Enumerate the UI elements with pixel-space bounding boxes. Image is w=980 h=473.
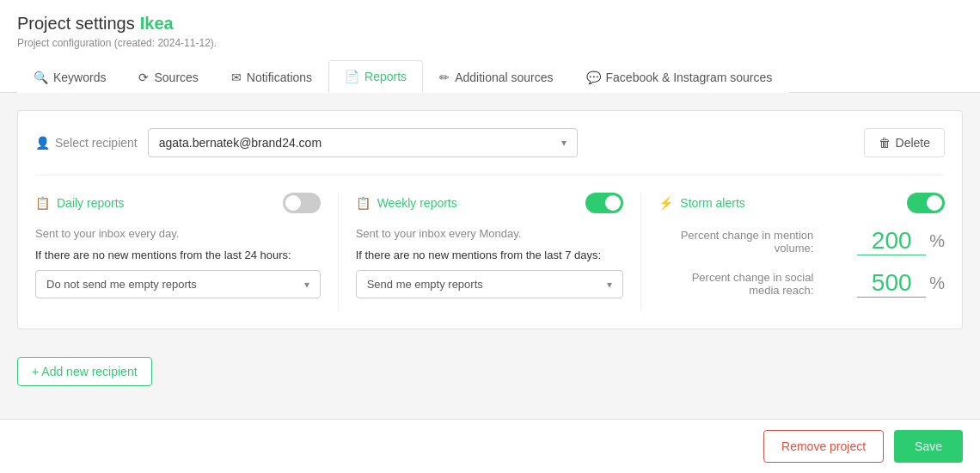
keywords-icon: 🔍: [34, 71, 48, 84]
weekly-reports-description: Sent to your inbox every Monday.: [356, 227, 624, 240]
daily-reports-header: 📋 Daily reports: [35, 193, 321, 213]
social-reach-value-container: 500 %: [857, 269, 945, 298]
weekly-reports-condition: If there are no new mentions from the la…: [356, 249, 624, 261]
recipient-row: 👤 Select recipient agata.bernatek@brand2…: [35, 128, 945, 157]
storm-alerts-section: ⚡ Storm alerts Percent change in mention…: [641, 193, 945, 311]
email-dropdown[interactable]: agata.bernatek@brand24.com ▾: [148, 128, 578, 157]
social-reach-stat: Percent change in social media reach: 50…: [658, 269, 945, 298]
storm-alerts-title: ⚡ Storm alerts: [658, 196, 744, 210]
storm-alerts-slider: [907, 193, 945, 213]
additional-sources-icon: ✏: [439, 71, 450, 84]
weekly-reports-icon: 📋: [356, 196, 371, 210]
person-icon: 👤: [35, 136, 50, 150]
reports-grid: 📋 Daily reports Sent to your inbox every…: [35, 175, 945, 311]
recipient-card: 👤 Select recipient agata.bernatek@brand2…: [17, 110, 963, 329]
tab-reports[interactable]: 📄 Reports: [328, 60, 423, 93]
main-content: 👤 Select recipient agata.bernatek@brand2…: [0, 93, 980, 403]
tab-fb-instagram-label: Facebook & Instagram sources: [606, 71, 773, 84]
daily-reports-dropdown[interactable]: Do not send me empty reports ▾: [35, 270, 321, 298]
weekly-reports-toggle[interactable]: [585, 193, 623, 213]
daily-reports-icon: 📋: [35, 196, 50, 210]
email-value: agata.bernatek@brand24.com: [159, 136, 322, 150]
delete-label: Delete: [896, 136, 930, 150]
tab-notifications[interactable]: ✉ Notifications: [215, 60, 328, 93]
mention-volume-unit: %: [929, 231, 945, 251]
mention-volume-value[interactable]: 200: [857, 227, 926, 255]
storm-alerts-toggle[interactable]: [907, 193, 945, 213]
sources-icon: ⟳: [138, 71, 149, 84]
weekly-reports-dropdown-value: Send me empty reports: [367, 278, 483, 291]
daily-chevron-icon: ▾: [304, 279, 309, 291]
reports-icon: 📄: [345, 70, 359, 83]
daily-reports-label: Daily reports: [57, 196, 125, 210]
tab-keywords-label: Keywords: [53, 71, 106, 84]
save-label: Save: [915, 439, 942, 453]
recipient-left: 👤 Select recipient agata.bernatek@brand2…: [35, 128, 864, 157]
daily-reports-description: Sent to your inbox every day.: [35, 227, 321, 240]
remove-project-button[interactable]: Remove project: [763, 430, 884, 463]
daily-reports-dropdown-value: Do not send me empty reports: [46, 278, 197, 291]
weekly-reports-label: Weekly reports: [377, 196, 457, 210]
storm-alerts-icon: ⚡: [658, 196, 673, 210]
daily-reports-title: 📋 Daily reports: [35, 196, 125, 210]
project-title-text: Project settings: [17, 14, 135, 34]
chevron-down-icon: ▾: [561, 137, 567, 149]
delete-button[interactable]: 🗑 Delete: [864, 128, 945, 157]
project-subtitle: Project configuration (created: 2024-11-…: [17, 37, 963, 49]
footer-bar: Remove project Save: [0, 419, 980, 473]
fb-instagram-icon: 💬: [586, 71, 601, 84]
tabs-bar: 🔍 Keywords ⟳ Sources ✉ Notifications 📄 R…: [17, 59, 963, 92]
add-recipient-label: + Add new recipient: [32, 365, 138, 378]
daily-reports-condition: If there are no new mentions from the la…: [35, 249, 321, 261]
daily-reports-toggle[interactable]: [283, 193, 321, 213]
weekly-reports-section: 📋 Weekly reports Sent to your inbox ever…: [339, 193, 642, 311]
weekly-reports-header: 📋 Weekly reports: [356, 193, 624, 213]
storm-alerts-label: Storm alerts: [680, 196, 744, 210]
storm-alerts-content: Percent change in mention volume: 200 % …: [658, 227, 945, 298]
notifications-icon: ✉: [231, 71, 242, 84]
add-recipient-button[interactable]: + Add new recipient: [17, 357, 152, 386]
weekly-reports-dropdown[interactable]: Send me empty reports ▾: [356, 270, 624, 298]
tab-fb-instagram[interactable]: 💬 Facebook & Instagram sources: [570, 60, 789, 93]
tab-sources-label: Sources: [154, 71, 198, 84]
tab-notifications-label: Notifications: [247, 71, 312, 84]
social-reach-label: Percent change in social media reach:: [658, 271, 813, 297]
tab-sources[interactable]: ⟳ Sources: [122, 60, 214, 93]
trash-icon: 🗑: [879, 136, 891, 150]
mention-volume-label: Percent change in mention volume:: [658, 229, 813, 255]
page-header: Project settings Ikea Project configurat…: [0, 0, 980, 93]
remove-project-label: Remove project: [781, 439, 866, 453]
daily-reports-slider: [283, 193, 321, 213]
weekly-reports-slider: [585, 193, 623, 213]
daily-reports-section: 📋 Daily reports Sent to your inbox every…: [35, 193, 339, 311]
save-button[interactable]: Save: [894, 430, 963, 463]
tab-additional-sources[interactable]: ✏ Additional sources: [423, 60, 569, 93]
mention-volume-value-container: 200 %: [857, 227, 945, 255]
tab-additional-sources-label: Additional sources: [455, 71, 553, 84]
mention-volume-stat: Percent change in mention volume: 200 %: [658, 227, 945, 255]
tab-keywords[interactable]: 🔍 Keywords: [17, 60, 122, 93]
weekly-chevron-icon: ▾: [607, 279, 612, 291]
project-title-brand: Ikea: [140, 14, 174, 34]
select-recipient-label: 👤 Select recipient: [35, 136, 138, 150]
social-reach-value[interactable]: 500: [857, 269, 926, 298]
project-title: Project settings Ikea: [17, 14, 963, 34]
social-reach-unit: %: [929, 273, 945, 293]
weekly-reports-title: 📋 Weekly reports: [356, 196, 457, 210]
storm-alerts-header: ⚡ Storm alerts: [658, 193, 945, 213]
tab-reports-label: Reports: [364, 70, 407, 83]
